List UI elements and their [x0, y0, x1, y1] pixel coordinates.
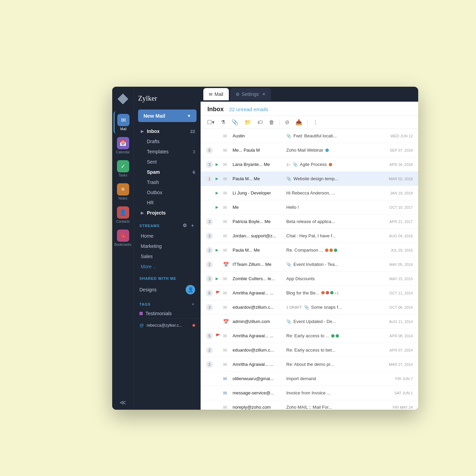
settings-tab-close[interactable]: ✕: [262, 92, 266, 97]
nav-stream-marketing[interactable]: Marketing: [134, 241, 201, 251]
email-row[interactable]: 📅admin@zillum.com📎Event Updated - De...A…: [201, 314, 418, 329]
streams-actions[interactable]: ⚙ ＋: [183, 223, 195, 229]
tag-icon[interactable]: 🏷: [256, 118, 264, 126]
delete-icon[interactable]: 🗑: [268, 118, 275, 126]
nav-stream-sales[interactable]: Sales: [134, 251, 201, 261]
tags-add-icon[interactable]: ＋: [191, 302, 195, 307]
email-date: OCT 06, 2014: [384, 305, 413, 309]
shared-designs[interactable]: Designs 👤: [134, 283, 201, 297]
email-list: ✉Austin📎Fwd: Beautiful locati...WED JUN …: [201, 129, 418, 410]
filter-icon[interactable]: ⚗: [220, 118, 226, 126]
email-row[interactable]: 5🚩✉Amritha Agrawal... ...Re: Early acces…: [201, 329, 418, 343]
sidebar-item-mail[interactable]: ✉ Mail: [114, 111, 133, 134]
projects-arrow: ▶: [141, 211, 143, 215]
sidebar-item-tasks[interactable]: ✓ Tasks: [114, 157, 133, 180]
email-color-dots: [331, 334, 339, 338]
email-envelope-icon: ✉: [223, 362, 230, 367]
email-row[interactable]: ✉olilienwuaru@gmai...Import demandFRI JU…: [201, 372, 418, 386]
mail-tab-icon: ✉: [209, 92, 213, 97]
email-row[interactable]: 3✉Patricia Boyle... MeBeta release of ap…: [201, 215, 418, 229]
email-date: MAR 02, 2018: [384, 177, 413, 181]
email-attachment-icon: 📎: [286, 262, 291, 267]
tag-testimonials[interactable]: Testimonials: [134, 309, 201, 318]
email-row[interactable]: 3✉Jordan... support@z...Chat : Hey Pat, …: [201, 229, 418, 243]
color-dot: [321, 291, 325, 294]
folder-icon[interactable]: 📁: [243, 118, 252, 126]
email-row[interactable]: 6🚩✉Amritha Agrawal... ...Blog for the Be…: [201, 286, 418, 300]
email-date: SAT JUN 1: [384, 391, 413, 395]
streams-settings-icon[interactable]: ⚙: [183, 223, 187, 229]
nav-projects[interactable]: ▶ Projects: [134, 208, 201, 218]
email-subject-area: Re. Comparison ...: [286, 248, 381, 253]
select-checkbox[interactable]: ☐▾: [206, 118, 216, 126]
block-icon[interactable]: ⊘: [284, 118, 290, 126]
email-row[interactable]: ▶✉MeHello !OCT 10, 2017: [201, 200, 418, 215]
email-row[interactable]: ▶✉Li Jung - DeveloperHi Rebecca Anderson…: [201, 186, 418, 200]
email-count-badge: 2: [206, 261, 213, 268]
email-envelope-icon: ✉: [223, 333, 230, 339]
email-row[interactable]: 2📅ITTeam Zillum... Me📎Event Invitation -…: [201, 257, 418, 272]
email-subject-area: Re: About the demo pr...: [286, 362, 381, 367]
email-envelope-icon: ✉: [223, 148, 230, 153]
email-row[interactable]: 2✉Amritha Agrawal... ...Re: About the de…: [201, 357, 418, 372]
nav-hr[interactable]: HR: [134, 198, 201, 208]
email-sender: noreply@zoho.com: [233, 405, 284, 410]
email-attachment-icon: 📎: [304, 305, 309, 310]
tasks-label: Tasks: [119, 173, 128, 177]
email-row[interactable]: 2✉eduardov@zillum.c...Re: Early access t…: [201, 343, 418, 357]
email-row[interactable]: ✉Austin📎Fwd: Beautiful locati...WED JUN …: [201, 129, 418, 143]
archive-icon[interactable]: 📥: [294, 118, 303, 126]
email-subject-area: Beta release of applica...: [286, 219, 381, 224]
streams-add-icon[interactable]: ＋: [190, 223, 195, 229]
sidebar-item-calendar[interactable]: 📅 Calendar: [114, 134, 133, 157]
sidebar-item-notes[interactable]: ≡ Notes: [114, 181, 133, 203]
email-count-badge: 3: [206, 218, 213, 225]
email-subject-text: Beta release of applica...: [286, 219, 335, 224]
email-row[interactable]: 3▶✉Zombie Cutters... le...App DiscountsM…: [201, 272, 418, 286]
tab-settings[interactable]: ⚙ Settings ✕: [230, 88, 271, 100]
email-flag: ▶: [216, 191, 220, 195]
nav-sent[interactable]: Sent: [134, 157, 201, 167]
email-row[interactable]: 3▶✉Lana Bryante... Me1=📎Agile ProcessAPR…: [201, 157, 418, 172]
new-mail-button[interactable]: New Mail ▼: [138, 109, 197, 122]
nav-spam[interactable]: Spam 6: [134, 167, 201, 177]
email-subject-area: Import demand: [286, 376, 381, 381]
email-row[interactable]: 3✉eduardov@zillum.c...1 DRAFT📎Some snaps…: [201, 300, 418, 314]
tab-mail[interactable]: ✉ Mail: [203, 88, 229, 100]
email-date: AUG 04, 2016: [384, 234, 413, 238]
email-envelope-icon: ✉: [223, 162, 230, 167]
attachment-filter-icon[interactable]: 📎: [231, 118, 239, 126]
new-mail-chevron: ▼: [187, 114, 191, 118]
email-envelope-icon: ✉: [223, 390, 230, 396]
nav-drafts[interactable]: Drafts: [134, 136, 201, 147]
email-envelope-icon: 📅: [223, 262, 230, 267]
nav-trash[interactable]: Trash: [134, 177, 201, 187]
more-actions-icon[interactable]: ⋮: [312, 118, 319, 126]
nav-outbox[interactable]: Outbox: [134, 187, 201, 198]
nav-stream-home[interactable]: Home: [134, 231, 201, 241]
sidebar-item-bookmarks[interactable]: 🔖 Bookmarks: [114, 227, 133, 249]
email-row[interactable]: 2▶✉Paula M... MeRe. Comparison ...JUL 29…: [201, 243, 418, 257]
email-date: JAN 18, 2018: [384, 191, 413, 195]
icon-rail: ✉ Mail 📅 Calendar ✓ Tasks ≡ N: [112, 87, 134, 410]
collapse-rail-button[interactable]: ≪: [120, 395, 126, 410]
email-subject-area: Hi Rebecca Anderson, ...: [286, 190, 381, 196]
email-row[interactable]: ✉noreply@zoho.comZoho MAIL :: Mail For..…: [201, 400, 418, 410]
bottom-user-bar[interactable]: @ rebecca@zylker.c...: [134, 318, 201, 332]
email-subject-area: 1 DRAFT📎Some snaps f...: [286, 305, 381, 310]
shared-header: SHARED WITH ME: [134, 272, 201, 283]
email-date: MAY 15, 2015: [384, 277, 413, 281]
email-sender: Jordan... support@z...: [233, 233, 284, 238]
nav-inbox[interactable]: ▶ Inbox 22: [134, 126, 201, 136]
email-row[interactable]: 1▶✉Paula M... Me📎Website design temp...M…: [201, 172, 418, 186]
nav-streams-more[interactable]: More ..: [134, 261, 201, 272]
email-count-badge: 3: [206, 233, 213, 239]
email-flag: 🚩: [216, 291, 220, 295]
nav-templates[interactable]: Templates 3: [134, 147, 201, 157]
inbox-header: Inbox 22 unread emails: [201, 102, 418, 116]
email-date: WED JUN 12: [384, 134, 413, 138]
sidebar-item-contacts[interactable]: 👤 Contacts: [114, 204, 133, 226]
email-row[interactable]: ✉message-service@...Invoice from Invoice…: [201, 386, 418, 400]
email-subject-text: Re. Comparison ...: [286, 248, 323, 253]
email-row[interactable]: 5✉Me... Paula MZoho Mail WebinarSEP 07, …: [201, 143, 418, 157]
